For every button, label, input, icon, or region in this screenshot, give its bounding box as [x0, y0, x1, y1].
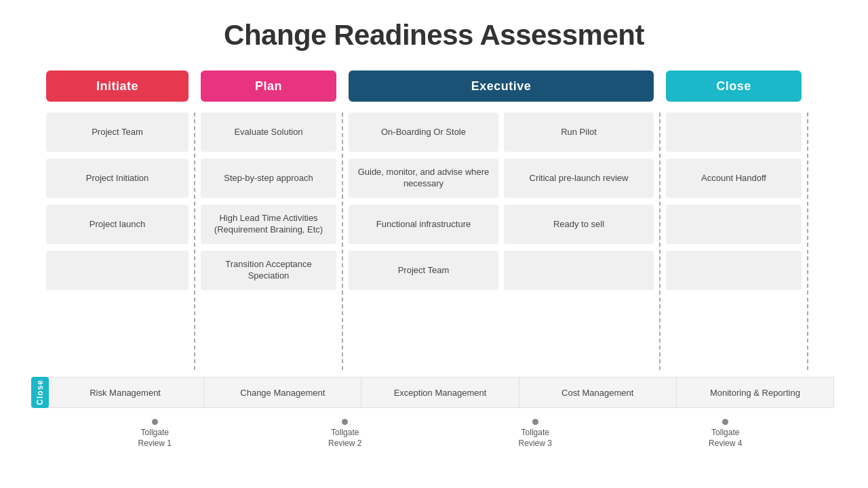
header-initiate: Initiate	[46, 70, 189, 102]
box-project-initiation: Project Initiation	[46, 159, 189, 198]
box-exec-empty	[504, 251, 654, 290]
col-initiate: Initiate Project Team Project Initiation…	[46, 70, 189, 297]
executive-left: On-Boarding Or Stole Guide, monitor, and…	[349, 113, 498, 297]
header-plan: Plan	[201, 70, 336, 102]
divider-2	[336, 70, 349, 370]
close-label-bar: Close	[31, 377, 49, 408]
tollgate-4: TollgateReview 4	[709, 419, 742, 449]
tollgate-2-label: TollgateReview 2	[328, 428, 361, 449]
col-plan: Plan Evaluate Solution Step-by-step appr…	[201, 70, 336, 297]
mgmt-exception: Exception Management	[361, 378, 519, 407]
executive-right: Run Pilot Critical pre-launch review Rea…	[504, 113, 654, 297]
divider-3	[654, 70, 666, 370]
box-high-lead: High Lead Time Activities (Requirement B…	[201, 205, 336, 244]
box-project-launch: Project launch	[46, 205, 189, 244]
box-account-handoff: Account Handoff	[666, 159, 802, 198]
close-label-text: Close	[35, 380, 45, 405]
divider-4	[802, 70, 814, 370]
tollgate-1-dot	[152, 419, 158, 425]
tollgate-3-dot	[532, 419, 538, 425]
management-bar: Risk Management Change Management Except…	[46, 377, 834, 408]
page: Change Readiness Assessment Initiate Pro…	[0, 0, 868, 488]
col-close: Close Account Handoff	[666, 70, 802, 297]
mgmt-cost: Cost Management	[519, 378, 677, 407]
tollgate-1: TollgateReview 1	[138, 419, 172, 449]
tollgate-4-label: TollgateReview 4	[709, 428, 742, 449]
box-project-team: Project Team	[46, 113, 189, 152]
box-close-empty-3	[666, 205, 802, 244]
mgmt-change: Change Management	[204, 378, 361, 407]
box-close-empty-1	[666, 113, 802, 152]
col-executive: Executive On-Boarding Or Stole Guide, mo…	[349, 70, 654, 297]
divider-1	[189, 70, 201, 370]
mgmt-monitoring: Monitoring & Reporting	[677, 378, 833, 407]
box-close-empty-4	[666, 251, 802, 290]
box-transition: Transition Acceptance Speciation	[201, 251, 336, 290]
tollgate-2: TollgateReview 2	[328, 419, 361, 449]
mgmt-risk: Risk Management	[47, 378, 204, 407]
box-critical-prelaunch: Critical pre-launch review	[504, 159, 654, 198]
tollgate-3: TollgateReview 3	[519, 419, 552, 449]
box-evaluate-solution: Evaluate Solution	[201, 113, 336, 152]
box-guide-monitor: Guide, monitor, and advise where necessa…	[349, 159, 498, 198]
tollgate-3-label: TollgateReview 3	[519, 428, 552, 449]
header-close: Close	[666, 70, 802, 102]
tollgate-2-dot	[342, 419, 348, 425]
box-functional-infra: Functional infrastructure	[349, 205, 498, 244]
header-executive: Executive	[349, 70, 654, 102]
box-initiate-empty	[46, 251, 189, 290]
box-run-pilot: Run Pilot	[504, 113, 654, 152]
tollgate-1-label: TollgateReview 1	[138, 428, 172, 449]
tollgate-4-dot	[722, 419, 728, 425]
box-step-by-step: Step-by-step approach	[201, 159, 336, 198]
box-exec-project-team: Project Team	[349, 251, 498, 290]
box-ready-to-sell: Ready to sell	[504, 205, 654, 244]
box-onboarding: On-Boarding Or Stole	[349, 113, 498, 152]
page-title: Change Readiness Assessment	[27, 0, 841, 52]
